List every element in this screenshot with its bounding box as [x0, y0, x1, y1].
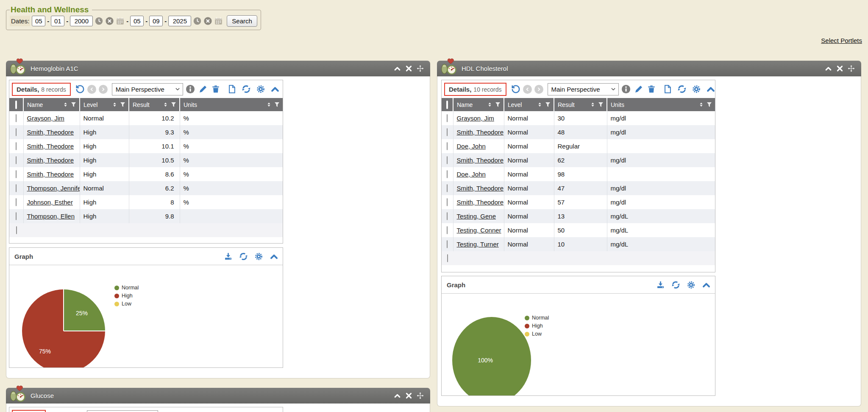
settings-gear-icon[interactable]	[256, 84, 265, 94]
patient-name-link[interactable]: Thompson, Jennifer	[27, 185, 80, 192]
row-checkbox[interactable]	[447, 128, 448, 136]
collapse-section-icon[interactable]	[270, 252, 278, 261]
from-year-input[interactable]	[70, 16, 93, 26]
patient-name-link[interactable]: Smith, Theodore	[457, 157, 504, 164]
column-header[interactable]: Result	[129, 98, 180, 111]
filter-funnel-icon[interactable]	[598, 102, 604, 107]
row-checkbox[interactable]	[16, 170, 17, 178]
filter-funnel-icon[interactable]	[274, 102, 280, 107]
patient-name-link[interactable]: Grayson, Jim	[27, 115, 64, 122]
perspective-select[interactable]: Main Perspective	[548, 83, 619, 95]
move-icon[interactable]	[417, 65, 424, 72]
row-checkbox[interactable]	[447, 184, 448, 192]
pie-chart[interactable]: 25% 75%	[22, 289, 105, 368]
settings-gear-icon[interactable]	[254, 252, 263, 261]
download-icon[interactable]	[224, 252, 233, 261]
collapse-section-icon[interactable]	[270, 84, 280, 94]
legend-item[interactable]: Low	[114, 301, 139, 307]
patient-name-link[interactable]: Testing, Turner	[457, 241, 499, 248]
settings-gear-icon[interactable]	[692, 84, 701, 94]
column-header[interactable]: Name	[23, 98, 80, 111]
search-button[interactable]: Search	[227, 15, 257, 27]
from-month-input[interactable]	[32, 16, 45, 26]
patient-name-link[interactable]: Smith, Theodore	[457, 185, 504, 192]
to-calendar-icon[interactable]	[214, 17, 223, 25]
collapse-icon[interactable]	[825, 65, 832, 72]
from-clear-icon[interactable]	[105, 17, 114, 25]
filter-funnel-icon[interactable]	[495, 102, 501, 107]
undo-icon[interactable]	[511, 84, 520, 94]
to-clear-icon[interactable]	[203, 17, 212, 25]
patient-name-link[interactable]: Doe, John	[457, 171, 486, 178]
row-checkbox[interactable]	[447, 156, 448, 164]
row-checkbox[interactable]	[16, 184, 17, 192]
row-checkbox[interactable]	[447, 114, 448, 122]
from-calendar-icon[interactable]	[116, 17, 125, 25]
from-day-input[interactable]	[51, 16, 64, 26]
patient-name-link[interactable]: Doe, John	[457, 143, 486, 150]
to-day-input[interactable]	[149, 16, 163, 26]
filter-funnel-icon[interactable]	[707, 102, 712, 107]
sort-icon[interactable]	[63, 102, 68, 107]
row-checkbox[interactable]	[447, 240, 448, 248]
sort-icon[interactable]	[699, 102, 704, 107]
sort-icon[interactable]	[537, 102, 542, 107]
row-checkbox[interactable]	[447, 212, 448, 220]
row-checkbox[interactable]	[447, 198, 448, 206]
edit-icon[interactable]	[198, 84, 208, 94]
close-icon[interactable]	[405, 65, 412, 72]
row-checkbox[interactable]	[447, 254, 448, 262]
settings-gear-icon[interactable]	[687, 280, 696, 289]
refresh-icon[interactable]	[242, 84, 251, 94]
legend-item[interactable]: Low	[525, 331, 549, 337]
info-icon[interactable]	[621, 84, 631, 94]
row-checkbox[interactable]	[447, 142, 448, 150]
row-checkbox[interactable]	[16, 156, 17, 164]
patient-name-link[interactable]: Grayson, Jim	[457, 115, 494, 122]
from-time-icon[interactable]	[95, 17, 103, 25]
collapse-section-icon[interactable]	[702, 280, 711, 289]
patient-name-link[interactable]: Testing, Conner	[457, 227, 501, 234]
patient-name-link[interactable]: Smith, Theodore	[27, 143, 74, 150]
sort-icon[interactable]	[112, 102, 117, 107]
legend-item[interactable]: Normal	[525, 315, 549, 321]
new-document-icon[interactable]	[663, 84, 672, 94]
patient-name-link[interactable]: Smith, Theodore	[27, 129, 74, 136]
legend-item[interactable]: High	[525, 323, 549, 329]
select-all-checkbox[interactable]	[15, 101, 17, 109]
collapse-section-icon[interactable]	[706, 84, 715, 94]
select-portlets-link[interactable]: Select Portlets	[821, 37, 862, 44]
patient-name-link[interactable]: Thompson, Ellen	[27, 213, 75, 220]
edit-icon[interactable]	[634, 84, 643, 94]
sort-icon[interactable]	[487, 102, 492, 107]
to-year-input[interactable]	[168, 16, 191, 26]
info-icon[interactable]	[186, 84, 195, 94]
move-icon[interactable]	[848, 65, 855, 72]
close-icon[interactable]	[405, 392, 412, 399]
delete-icon[interactable]	[211, 84, 220, 94]
row-checkbox[interactable]	[16, 212, 17, 220]
column-header[interactable]: Name	[453, 98, 504, 111]
column-header[interactable]: Result	[554, 98, 607, 111]
legend-item[interactable]: High	[114, 293, 139, 299]
sort-icon[interactable]	[163, 102, 168, 107]
column-header[interactable]: Units	[180, 98, 283, 111]
filter-funnel-icon[interactable]	[171, 102, 176, 107]
refresh-icon[interactable]	[239, 252, 248, 261]
download-icon[interactable]	[656, 280, 665, 289]
column-header[interactable]: Units	[607, 98, 715, 111]
undo-icon[interactable]	[75, 84, 85, 94]
refresh-icon[interactable]	[677, 84, 687, 94]
collapse-icon[interactable]	[394, 392, 401, 399]
column-header[interactable]: Level	[504, 98, 554, 111]
close-icon[interactable]	[836, 65, 843, 72]
row-checkbox[interactable]	[16, 226, 17, 234]
delete-icon[interactable]	[647, 84, 656, 94]
select-all-checkbox[interactable]	[446, 101, 448, 109]
filter-funnel-icon[interactable]	[71, 102, 76, 107]
filter-funnel-icon[interactable]	[120, 102, 125, 107]
collapse-icon[interactable]	[394, 65, 401, 72]
new-document-icon[interactable]	[227, 84, 236, 94]
move-icon[interactable]	[417, 392, 424, 399]
row-checkbox[interactable]	[447, 170, 448, 178]
